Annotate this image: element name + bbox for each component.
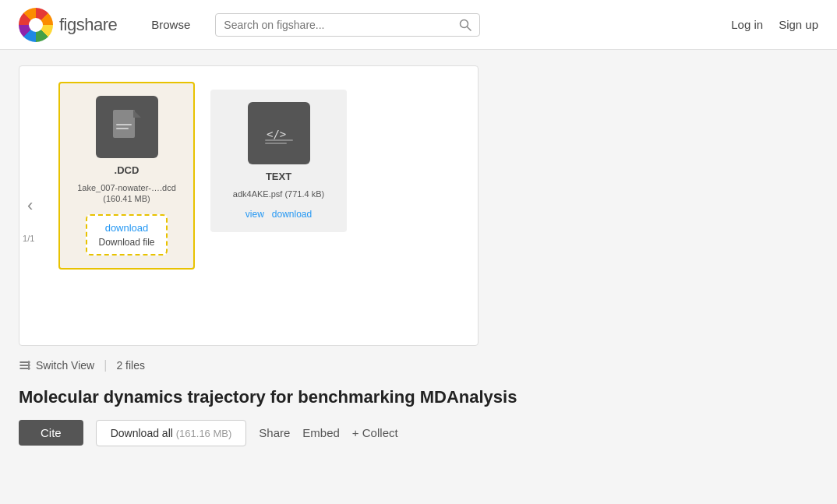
separator: |: [104, 358, 107, 372]
download-popup-label: download: [105, 222, 149, 234]
search-button[interactable]: [459, 19, 471, 31]
svg-rect-7: [265, 139, 293, 141]
site-header: figshare Browse Log in Sign up: [0, 0, 837, 50]
actions-row: Cite Download all (161.16 MB) Share Embe…: [19, 420, 818, 446]
svg-rect-4: [116, 128, 129, 129]
search-bar: [215, 13, 480, 37]
file-card-dcd: .DCD 1ake_007-nowater-….dcd (160.41 MB) …: [58, 82, 195, 270]
browse-link[interactable]: Browse: [151, 18, 190, 31]
logo-area: figshare: [19, 8, 117, 42]
svg-rect-3: [116, 124, 132, 125]
svg-line-1: [468, 26, 471, 30]
download-link-text[interactable]: download: [272, 209, 312, 220]
bottom-bar: Switch View | 2 files: [19, 358, 818, 372]
view-link-text[interactable]: view: [245, 209, 264, 220]
search-icon: [459, 19, 471, 31]
share-link[interactable]: Share: [259, 426, 290, 439]
header-right: Log in Sign up: [731, 18, 818, 31]
logo-inner: [29, 18, 43, 32]
search-input[interactable]: [224, 19, 459, 31]
file-ext-text: TEXT: [266, 171, 291, 182]
page-indicator: 1/1: [23, 234, 34, 243]
switch-view-button[interactable]: Switch View: [19, 359, 94, 372]
switch-view-label: Switch View: [36, 359, 94, 372]
file-name-text: adk4AKE.psf (771.4 kB): [233, 189, 324, 199]
file-actions-text: view download: [245, 209, 312, 220]
file-actions-dcd: download Download file: [86, 214, 167, 256]
svg-rect-8: [265, 143, 287, 144]
download-all-label: Download all: [111, 427, 173, 439]
code-icon: </>: [260, 119, 298, 147]
logo-text: figshare: [59, 15, 117, 35]
file-ext-dcd: .DCD: [115, 164, 140, 176]
download-all-size: (161.16 MB): [176, 428, 232, 439]
cite-button[interactable]: Cite: [19, 420, 83, 446]
download-file-label: Download file: [98, 237, 154, 248]
collect-link[interactable]: + Collect: [352, 426, 398, 439]
file-name-dcd: 1ake_007-nowater-….dcd (160.41 MB): [72, 182, 181, 205]
file-icon-code: </>: [248, 102, 310, 164]
files-grid: .DCD 1ake_007-nowater-….dcd (160.41 MB) …: [58, 82, 462, 270]
embed-link[interactable]: Embed: [302, 426, 340, 439]
login-link[interactable]: Log in: [731, 18, 763, 31]
logo-icon: [19, 8, 53, 42]
signup-link[interactable]: Sign up: [779, 18, 818, 31]
svg-rect-9: [28, 361, 30, 370]
switch-view-icon: [19, 359, 31, 372]
file-viewer: ‹ 1/1 .DCD 1ake_007-nowater-….dcd (160.4…: [19, 65, 479, 346]
prev-arrow[interactable]: ‹: [27, 196, 33, 216]
download-popup: download Download file: [86, 214, 167, 256]
files-count: 2 files: [116, 359, 145, 372]
document-icon: [111, 108, 143, 146]
file-card-text: </> TEXT adk4AKE.psf (771.4 kB) view dow…: [210, 90, 347, 232]
download-all-button[interactable]: Download all (161.16 MB): [96, 420, 247, 446]
svg-text:</>: </>: [267, 128, 286, 140]
article-title: Molecular dynamics trajectory for benchm…: [19, 386, 603, 409]
main-content: ‹ 1/1 .DCD 1ake_007-nowater-….dcd (160.4…: [0, 50, 837, 462]
file-icon-doc: [96, 96, 158, 158]
